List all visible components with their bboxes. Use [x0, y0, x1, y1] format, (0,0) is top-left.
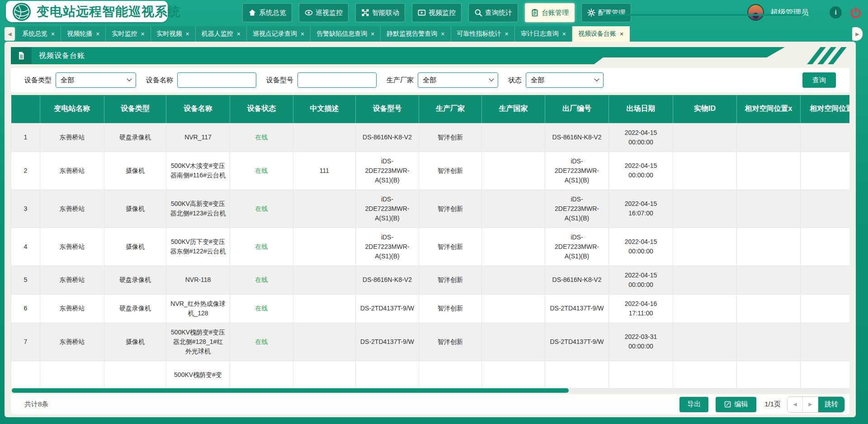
nav-button-link[interactable]: 智能联动 [355, 3, 405, 22]
edit-button[interactable]: 编辑 [716, 397, 756, 412]
tab-巡视点记录查询[interactable]: 巡视点记录查询× [247, 26, 311, 42]
device-name-input[interactable] [177, 72, 256, 88]
nav-button-video[interactable]: 视频监控 [412, 3, 462, 22]
table-row[interactable]: 1东善桥站硬盘录像机NVR_117在线DS-8616N-K8-V2智洋创新DS-… [11, 123, 850, 152]
table-cell [737, 228, 801, 266]
close-icon[interactable]: × [301, 31, 304, 37]
eye-icon [305, 9, 313, 17]
table-cell: 111 [293, 152, 356, 190]
close-icon[interactable]: × [237, 31, 241, 37]
app-title: 变电站远程智能巡视系统 [37, 3, 181, 20]
close-icon[interactable]: × [505, 31, 509, 37]
nav-button-home[interactable]: 系统总览 [242, 3, 292, 22]
table-cell [673, 361, 737, 388]
device-name-label: 设备名称 [146, 76, 173, 85]
table-row[interactable]: 500KV槐荫变#变 [11, 361, 850, 388]
tab-label: 视频轮播 [67, 30, 92, 38]
table-cell [801, 152, 850, 190]
status-select[interactable]: 全部 [526, 72, 604, 88]
prev-page-icon[interactable]: ◀ [788, 397, 803, 412]
nav-button-eye[interactable]: 巡视监控 [299, 3, 349, 22]
table-cell: DS-8616N-K8-V2 [356, 266, 419, 294]
search-icon [474, 9, 482, 17]
close-icon[interactable]: × [51, 31, 55, 37]
close-icon[interactable]: × [141, 31, 144, 37]
table-cell [609, 361, 673, 388]
column-header: 出场日期 [609, 95, 673, 123]
tab-label: 系统总览 [22, 30, 47, 38]
avatar[interactable] [747, 4, 764, 21]
tab-label: 巡视点记录查询 [253, 30, 297, 38]
nav-button-clipboard[interactable]: 台账管理 [525, 3, 575, 22]
table-header-row: 变电站名称设备类型设备名称设备状态中文描述设备型号生产厂家生产国家出厂编号出场日… [11, 95, 850, 123]
column-header: 设备型号 [356, 95, 419, 123]
tab-机器人监控[interactable]: 机器人监控× [196, 26, 247, 42]
close-icon[interactable]: × [96, 31, 99, 37]
horizontal-scrollbar-track[interactable] [11, 388, 849, 393]
table-cell: iDS-2DE7223MWR-A(S1)(B) [545, 228, 609, 266]
close-icon[interactable]: × [441, 31, 444, 37]
table-row[interactable]: 4东善桥站摄像机500KV历下变#变压器东侧#122#云台机在线iDS-2DE7… [11, 228, 850, 266]
close-icon[interactable]: × [620, 31, 623, 37]
table-cell: 东善桥站 [40, 190, 104, 228]
table-cell [737, 266, 801, 294]
table-row[interactable]: 3东善桥站摄像机500KV高新变#变压器北侧#123#云台机在线iDS-2DE7… [11, 190, 850, 228]
tab-scroll-right-icon[interactable]: ▶ [852, 27, 863, 41]
tab-审计日志查询[interactable]: 审计日志查询× [515, 26, 572, 42]
column-header: 中文描述 [293, 95, 356, 123]
table-cell: DS-8616N-K8-V2 [545, 266, 609, 294]
tab-系统总览[interactable]: 系统总览× [16, 26, 61, 42]
info-icon[interactable]: i [830, 6, 842, 19]
table-cell: 1 [11, 123, 40, 152]
table-row[interactable]: 2东善桥站摄像机500KV木渎变#变压器南侧#116#云台机在线111iDS-2… [11, 152, 850, 190]
tab-视频轮播[interactable]: 视频轮播× [61, 26, 106, 42]
horizontal-scrollbar-thumb[interactable] [12, 388, 569, 393]
table-cell: 摄像机 [104, 323, 166, 361]
table-cell: 500KV历下变#变压器东侧#122#云台机 [166, 228, 230, 266]
manufacturer-select[interactable]: 全部 [418, 72, 498, 88]
device-model-label: 设备型号 [266, 76, 293, 85]
next-page-icon[interactable]: ▶ [803, 397, 818, 412]
column-header: 设备状态 [230, 95, 293, 123]
table-row[interactable]: 5东善桥站硬盘录像机NVR-118在线DS-8616N-K8-V2智洋创新DS-… [11, 266, 850, 294]
status-label: 状态 [508, 76, 522, 85]
tab-可靠性指标统计[interactable]: 可靠性指标统计× [451, 26, 515, 42]
table-cell [673, 123, 737, 152]
nav-button-gear[interactable]: 配置管理 [581, 3, 631, 22]
close-icon[interactable]: × [371, 31, 374, 37]
table-cell: 2022-04-16 17:11:00 [609, 294, 673, 323]
search-button[interactable]: 查询 [802, 72, 836, 88]
table-cell [40, 361, 104, 388]
close-icon[interactable]: × [562, 31, 566, 37]
table-cell [356, 361, 419, 388]
table-cell: DS-2TD4137T-9/W [545, 294, 609, 323]
power-icon[interactable] [850, 7, 862, 19]
table-cell [673, 323, 737, 361]
device-model-input[interactable] [297, 72, 377, 88]
nav-button-search[interactable]: 查询统计 [468, 3, 518, 22]
bottom-bar: 共计8条 导出 编辑 1/1页 ◀ ▶ 跳转 [11, 394, 849, 414]
device-type-select[interactable]: 全部 [56, 72, 136, 88]
tab-视频设备台账[interactable]: 视频设备台账× [572, 26, 630, 42]
tab-实时监控[interactable]: 实时监控× [106, 26, 151, 42]
tab-bar: ◀ 系统总览×视频轮播×实时监控×实时视频×机器人监控×巡视点记录查询×告警缺陷… [0, 26, 868, 42]
table-row[interactable]: 6东善桥站硬盘录像机NVR_红外热成像球机_128在线DS-2TD4137T-9… [11, 294, 850, 323]
jump-button[interactable]: 跳转 [818, 397, 844, 412]
table-cell [737, 361, 801, 388]
tab-告警缺陷信息查询[interactable]: 告警缺陷信息查询× [311, 26, 381, 42]
export-button[interactable]: 导出 [679, 397, 708, 412]
table-cell: 东善桥站 [40, 323, 104, 361]
title-bar-stripes [814, 47, 859, 64]
tab-静默监视告警查询[interactable]: 静默监视告警查询× [381, 26, 451, 42]
table-row[interactable]: 7东善桥站摄像机500KV槐荫变#变压器北侧#128_1#红外光球机在线DS-2… [11, 323, 850, 361]
table-cell [293, 323, 356, 361]
bottom-bar-actions: 导出 编辑 1/1页 ◀ ▶ 跳转 [679, 396, 845, 413]
tab-label: 审计日志查询 [521, 30, 559, 38]
table-cell: 2022-04-15 00:00:00 [609, 266, 673, 294]
tab-实时视频[interactable]: 实时视频× [151, 26, 196, 42]
table-cell: iDS-2DE7223MWR-A(S1)(B) [356, 190, 419, 228]
table-cell: DS-8616N-K8-V2 [356, 123, 419, 152]
close-icon[interactable]: × [186, 31, 189, 37]
table-cell: 在线 [230, 266, 293, 294]
tab-scroll-left-icon[interactable]: ◀ [5, 27, 15, 41]
